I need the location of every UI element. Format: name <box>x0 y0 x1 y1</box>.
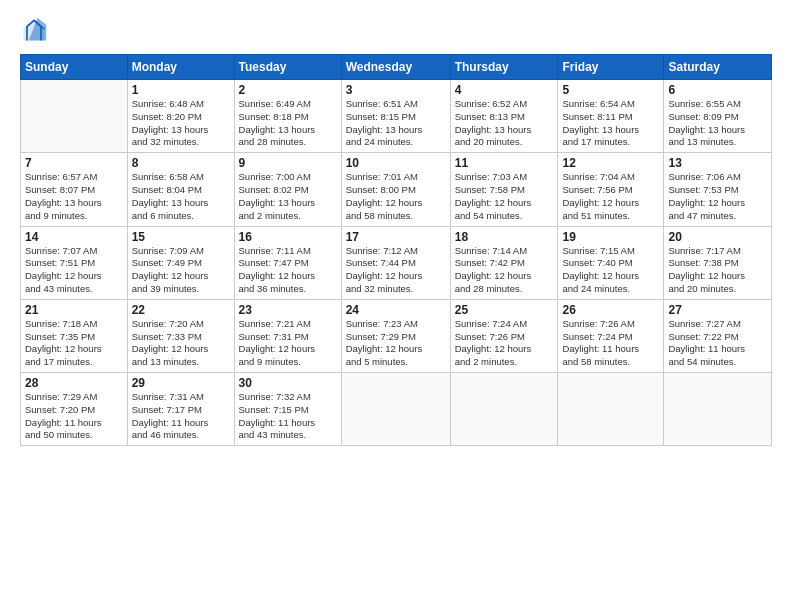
day-info: Sunrise: 7:15 AM Sunset: 7:40 PM Dayligh… <box>562 245 659 296</box>
day-info: Sunrise: 6:49 AM Sunset: 8:18 PM Dayligh… <box>239 98 337 149</box>
day-number: 17 <box>346 230 446 244</box>
day-info: Sunrise: 6:57 AM Sunset: 8:07 PM Dayligh… <box>25 171 123 222</box>
page: SundayMondayTuesdayWednesdayThursdayFrid… <box>0 0 792 612</box>
calendar-table: SundayMondayTuesdayWednesdayThursdayFrid… <box>20 54 772 446</box>
calendar-cell <box>450 373 558 446</box>
day-number: 8 <box>132 156 230 170</box>
day-info: Sunrise: 7:32 AM Sunset: 7:15 PM Dayligh… <box>239 391 337 442</box>
day-number: 16 <box>239 230 337 244</box>
header <box>20 16 772 44</box>
logo-icon <box>20 16 48 44</box>
calendar-cell <box>558 373 664 446</box>
weekday-header-row: SundayMondayTuesdayWednesdayThursdayFrid… <box>21 55 772 80</box>
day-info: Sunrise: 6:54 AM Sunset: 8:11 PM Dayligh… <box>562 98 659 149</box>
calendar-cell: 12Sunrise: 7:04 AM Sunset: 7:56 PM Dayli… <box>558 153 664 226</box>
calendar-week-row: 7Sunrise: 6:57 AM Sunset: 8:07 PM Daylig… <box>21 153 772 226</box>
calendar-cell <box>21 80 128 153</box>
weekday-header-monday: Monday <box>127 55 234 80</box>
calendar-cell: 28Sunrise: 7:29 AM Sunset: 7:20 PM Dayli… <box>21 373 128 446</box>
day-info: Sunrise: 7:27 AM Sunset: 7:22 PM Dayligh… <box>668 318 767 369</box>
calendar-cell: 26Sunrise: 7:26 AM Sunset: 7:24 PM Dayli… <box>558 299 664 372</box>
calendar-cell: 5Sunrise: 6:54 AM Sunset: 8:11 PM Daylig… <box>558 80 664 153</box>
day-info: Sunrise: 7:01 AM Sunset: 8:00 PM Dayligh… <box>346 171 446 222</box>
day-info: Sunrise: 7:21 AM Sunset: 7:31 PM Dayligh… <box>239 318 337 369</box>
day-info: Sunrise: 7:29 AM Sunset: 7:20 PM Dayligh… <box>25 391 123 442</box>
day-number: 14 <box>25 230 123 244</box>
day-number: 13 <box>668 156 767 170</box>
day-info: Sunrise: 7:23 AM Sunset: 7:29 PM Dayligh… <box>346 318 446 369</box>
day-number: 20 <box>668 230 767 244</box>
day-number: 22 <box>132 303 230 317</box>
day-number: 25 <box>455 303 554 317</box>
day-number: 26 <box>562 303 659 317</box>
calendar-cell <box>664 373 772 446</box>
calendar-cell: 6Sunrise: 6:55 AM Sunset: 8:09 PM Daylig… <box>664 80 772 153</box>
day-info: Sunrise: 6:55 AM Sunset: 8:09 PM Dayligh… <box>668 98 767 149</box>
day-info: Sunrise: 7:14 AM Sunset: 7:42 PM Dayligh… <box>455 245 554 296</box>
day-info: Sunrise: 7:18 AM Sunset: 7:35 PM Dayligh… <box>25 318 123 369</box>
calendar-cell: 24Sunrise: 7:23 AM Sunset: 7:29 PM Dayli… <box>341 299 450 372</box>
day-info: Sunrise: 6:51 AM Sunset: 8:15 PM Dayligh… <box>346 98 446 149</box>
calendar-cell: 19Sunrise: 7:15 AM Sunset: 7:40 PM Dayli… <box>558 226 664 299</box>
day-info: Sunrise: 7:00 AM Sunset: 8:02 PM Dayligh… <box>239 171 337 222</box>
weekday-header-friday: Friday <box>558 55 664 80</box>
day-number: 6 <box>668 83 767 97</box>
day-info: Sunrise: 7:20 AM Sunset: 7:33 PM Dayligh… <box>132 318 230 369</box>
day-number: 18 <box>455 230 554 244</box>
day-number: 12 <box>562 156 659 170</box>
calendar-cell <box>341 373 450 446</box>
day-number: 4 <box>455 83 554 97</box>
day-number: 15 <box>132 230 230 244</box>
weekday-header-thursday: Thursday <box>450 55 558 80</box>
weekday-header-sunday: Sunday <box>21 55 128 80</box>
day-number: 1 <box>132 83 230 97</box>
calendar-cell: 22Sunrise: 7:20 AM Sunset: 7:33 PM Dayli… <box>127 299 234 372</box>
calendar-cell: 29Sunrise: 7:31 AM Sunset: 7:17 PM Dayli… <box>127 373 234 446</box>
calendar-cell: 23Sunrise: 7:21 AM Sunset: 7:31 PM Dayli… <box>234 299 341 372</box>
day-info: Sunrise: 6:52 AM Sunset: 8:13 PM Dayligh… <box>455 98 554 149</box>
calendar-cell: 27Sunrise: 7:27 AM Sunset: 7:22 PM Dayli… <box>664 299 772 372</box>
calendar-cell: 16Sunrise: 7:11 AM Sunset: 7:47 PM Dayli… <box>234 226 341 299</box>
day-info: Sunrise: 7:09 AM Sunset: 7:49 PM Dayligh… <box>132 245 230 296</box>
day-number: 19 <box>562 230 659 244</box>
day-number: 27 <box>668 303 767 317</box>
calendar-week-row: 1Sunrise: 6:48 AM Sunset: 8:20 PM Daylig… <box>21 80 772 153</box>
day-info: Sunrise: 7:12 AM Sunset: 7:44 PM Dayligh… <box>346 245 446 296</box>
calendar-cell: 2Sunrise: 6:49 AM Sunset: 8:18 PM Daylig… <box>234 80 341 153</box>
calendar-cell: 14Sunrise: 7:07 AM Sunset: 7:51 PM Dayli… <box>21 226 128 299</box>
calendar-cell: 9Sunrise: 7:00 AM Sunset: 8:02 PM Daylig… <box>234 153 341 226</box>
day-number: 2 <box>239 83 337 97</box>
weekday-header-wednesday: Wednesday <box>341 55 450 80</box>
day-info: Sunrise: 7:04 AM Sunset: 7:56 PM Dayligh… <box>562 171 659 222</box>
day-info: Sunrise: 7:24 AM Sunset: 7:26 PM Dayligh… <box>455 318 554 369</box>
calendar-cell: 13Sunrise: 7:06 AM Sunset: 7:53 PM Dayli… <box>664 153 772 226</box>
calendar-cell: 1Sunrise: 6:48 AM Sunset: 8:20 PM Daylig… <box>127 80 234 153</box>
day-info: Sunrise: 7:06 AM Sunset: 7:53 PM Dayligh… <box>668 171 767 222</box>
day-info: Sunrise: 7:07 AM Sunset: 7:51 PM Dayligh… <box>25 245 123 296</box>
weekday-header-saturday: Saturday <box>664 55 772 80</box>
day-info: Sunrise: 7:17 AM Sunset: 7:38 PM Dayligh… <box>668 245 767 296</box>
calendar-week-row: 14Sunrise: 7:07 AM Sunset: 7:51 PM Dayli… <box>21 226 772 299</box>
day-info: Sunrise: 7:26 AM Sunset: 7:24 PM Dayligh… <box>562 318 659 369</box>
day-number: 11 <box>455 156 554 170</box>
day-info: Sunrise: 7:11 AM Sunset: 7:47 PM Dayligh… <box>239 245 337 296</box>
day-number: 10 <box>346 156 446 170</box>
day-number: 7 <box>25 156 123 170</box>
day-number: 23 <box>239 303 337 317</box>
calendar-week-row: 21Sunrise: 7:18 AM Sunset: 7:35 PM Dayli… <box>21 299 772 372</box>
calendar-cell: 3Sunrise: 6:51 AM Sunset: 8:15 PM Daylig… <box>341 80 450 153</box>
day-info: Sunrise: 7:03 AM Sunset: 7:58 PM Dayligh… <box>455 171 554 222</box>
calendar-cell: 4Sunrise: 6:52 AM Sunset: 8:13 PM Daylig… <box>450 80 558 153</box>
calendar-cell: 8Sunrise: 6:58 AM Sunset: 8:04 PM Daylig… <box>127 153 234 226</box>
day-number: 21 <box>25 303 123 317</box>
day-number: 24 <box>346 303 446 317</box>
weekday-header-tuesday: Tuesday <box>234 55 341 80</box>
calendar-cell: 30Sunrise: 7:32 AM Sunset: 7:15 PM Dayli… <box>234 373 341 446</box>
day-number: 5 <box>562 83 659 97</box>
calendar-cell: 7Sunrise: 6:57 AM Sunset: 8:07 PM Daylig… <box>21 153 128 226</box>
day-number: 28 <box>25 376 123 390</box>
calendar-cell: 17Sunrise: 7:12 AM Sunset: 7:44 PM Dayli… <box>341 226 450 299</box>
calendar-cell: 15Sunrise: 7:09 AM Sunset: 7:49 PM Dayli… <box>127 226 234 299</box>
calendar-cell: 10Sunrise: 7:01 AM Sunset: 8:00 PM Dayli… <box>341 153 450 226</box>
calendar-cell: 21Sunrise: 7:18 AM Sunset: 7:35 PM Dayli… <box>21 299 128 372</box>
